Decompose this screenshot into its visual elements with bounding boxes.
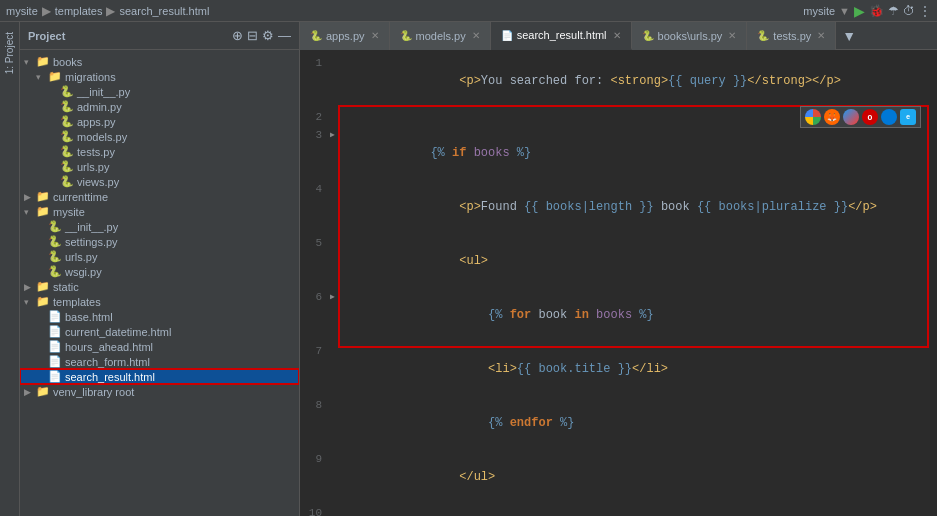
title-bar: mysite ▶ templates ▶ search_result.html … <box>0 0 937 22</box>
settings-icon[interactable]: ⚙ <box>262 28 274 43</box>
tab-close-search-result[interactable]: ✕ <box>613 30 621 41</box>
add-icon[interactable]: ⊕ <box>232 28 243 43</box>
folder-icon-venv: 📁 <box>36 385 50 398</box>
tree-item-views[interactable]: 🐍 views.py <box>20 174 299 189</box>
debug-button[interactable]: 🐞 <box>869 4 884 18</box>
safari-icon[interactable] <box>843 109 859 125</box>
tree-item-search-form[interactable]: 📄 search_form.html <box>20 354 299 369</box>
tab-close-books-urls[interactable]: ✕ <box>728 30 736 41</box>
arrow-templates: ▾ <box>24 297 36 307</box>
folder-icon-mysite: 📁 <box>36 205 50 218</box>
run-button[interactable]: ▶ <box>854 3 865 19</box>
tree-item-urls2[interactable]: 🐍 urls.py <box>20 249 299 264</box>
tree-item-search-result[interactable]: 📄 search_result.html <box>20 369 299 384</box>
tab-icon-books-urls: 🐍 <box>642 30 654 41</box>
py-icon: 🐍 <box>60 85 74 98</box>
line-content-9: </ul> <box>344 450 937 504</box>
tab-close-models[interactable]: ✕ <box>472 30 480 41</box>
tree-item-init1[interactable]: 🐍 __init__.py <box>20 84 299 99</box>
profile-button[interactable]: ⏱ <box>903 4 915 18</box>
label-currenttime: currenttime <box>53 191 108 203</box>
tree-item-base[interactable]: 📄 base.html <box>20 309 299 324</box>
label-apps: apps.py <box>77 116 116 128</box>
tree-item-settings[interactable]: 🐍 settings.py <box>20 234 299 249</box>
project-tab-label[interactable]: 1: Project <box>2 26 17 80</box>
sidebar-content[interactable]: ▾ 📁 books ▾ 📁 migrations 🐍 __init__.py 🐍 <box>20 50 299 516</box>
tree-item-currenttime[interactable]: ▶ 📁 currenttime <box>20 189 299 204</box>
collapse-icon[interactable]: ⊟ <box>247 28 258 43</box>
project-crumb[interactable]: mysite <box>6 5 38 17</box>
code-line-9: 9 </ul> <box>300 450 937 504</box>
hide-icon[interactable]: — <box>278 28 291 43</box>
tab-label-books-urls: books\urls.py <box>658 30 723 42</box>
folder-icon-templates: 📁 <box>36 295 50 308</box>
arrow-static: ▶ <box>24 282 36 292</box>
tree-item-urls1[interactable]: 🐍 urls.py <box>20 159 299 174</box>
tab-apps-py[interactable]: 🐍 apps.py ✕ <box>300 22 390 50</box>
edge-icon[interactable] <box>881 109 897 125</box>
line-content-7: <li>{{ book.title }}</li> <box>344 342 937 396</box>
tab-tests-py[interactable]: 🐍 tests.py ✕ <box>747 22 836 50</box>
tree-item-admin[interactable]: 🐍 admin.py <box>20 99 299 114</box>
line-number-10: 10 <box>300 504 330 516</box>
tree-item-current-datetime[interactable]: 📄 current_datetime.html <box>20 324 299 339</box>
sidebar-icons: ⊕ ⊟ ⚙ — <box>232 28 291 43</box>
tab-close-apps[interactable]: ✕ <box>371 30 379 41</box>
folder-icon-currenttime: 📁 <box>36 190 50 203</box>
tree-item-models[interactable]: 🐍 models.py <box>20 129 299 144</box>
line-number-7: 7 <box>300 342 330 360</box>
main-area: 1: Project Project ⊕ ⊟ ⚙ — ▾ 📁 books <box>0 22 937 516</box>
file-crumb[interactable]: search_result.html <box>119 5 209 17</box>
py-icon-models: 🐍 <box>60 130 74 143</box>
tab-close-tests[interactable]: ✕ <box>817 30 825 41</box>
tree-item-mysite[interactable]: ▾ 📁 mysite <box>20 204 299 219</box>
editor-area: 🐍 apps.py ✕ 🐍 models.py ✕ 📄 search_resul… <box>300 22 937 516</box>
tree-item-wsgi[interactable]: 🐍 wsgi.py <box>20 264 299 279</box>
templates-crumb[interactable]: templates <box>55 5 103 17</box>
tab-search-result[interactable]: 📄 search_result.html ✕ <box>491 22 632 50</box>
tab-models-py[interactable]: 🐍 models.py ✕ <box>390 22 491 50</box>
tab-more-button[interactable]: ▼ <box>838 28 860 44</box>
tree-item-migrations[interactable]: ▾ 📁 migrations <box>20 69 299 84</box>
line-content-8: {% endfor %} <box>344 396 937 450</box>
tab-icon-search-result: 📄 <box>501 30 513 41</box>
line-content-6: {% for book in books %} <box>344 288 937 342</box>
label-templates: templates <box>53 296 101 308</box>
arrow-mysite: ▾ <box>24 207 36 217</box>
code-line-6: 6 ▶ {% for book in books %} <box>300 288 937 342</box>
more-button[interactable]: ⋮ <box>919 4 931 18</box>
arrow-currenttime: ▶ <box>24 192 36 202</box>
tree-item-templates[interactable]: ▾ 📁 templates <box>20 294 299 309</box>
html-icon-base: 📄 <box>48 310 62 323</box>
py-icon-views: 🐍 <box>60 175 74 188</box>
code-line-7: 7 <li>{{ book.title }}</li> <box>300 342 937 396</box>
chrome-icon[interactable] <box>805 109 821 125</box>
coverage-button[interactable]: ☂ <box>888 4 899 18</box>
html-icon-search-form: 📄 <box>48 355 62 368</box>
tree-item-apps[interactable]: 🐍 apps.py <box>20 114 299 129</box>
tab-books-urls[interactable]: 🐍 books\urls.py ✕ <box>632 22 748 50</box>
tree-item-static[interactable]: ▶ 📁 static <box>20 279 299 294</box>
tree-item-books[interactable]: ▾ 📁 books <box>20 54 299 69</box>
label-init2: __init__.py <box>65 221 118 233</box>
label-mysite: mysite <box>53 206 85 218</box>
label-settings: settings.py <box>65 236 118 248</box>
firefox-icon[interactable]: 🦊 <box>824 109 840 125</box>
code-editor[interactable]: 🦊 O e 1 <p>You searched for: <strong>{{ … <box>300 50 937 516</box>
sidebar: Project ⊕ ⊟ ⚙ — ▾ 📁 books ▾ 📁 <box>20 22 300 516</box>
ie-icon[interactable]: e <box>900 109 916 125</box>
label-models: models.py <box>77 131 127 143</box>
label-search-form: search_form.html <box>65 356 150 368</box>
dropdown-icon[interactable]: ▼ <box>839 5 850 17</box>
tree-item-tests[interactable]: 🐍 tests.py <box>20 144 299 159</box>
py-icon-admin: 🐍 <box>60 100 74 113</box>
label-current-datetime: current_datetime.html <box>65 326 171 338</box>
tree-item-hours-ahead[interactable]: 📄 hours_ahead.html <box>20 339 299 354</box>
tree-item-init2[interactable]: 🐍 __init__.py <box>20 219 299 234</box>
label-hours-ahead: hours_ahead.html <box>65 341 153 353</box>
label-books: books <box>53 56 82 68</box>
opera-icon[interactable]: O <box>862 109 878 125</box>
tree-item-venv[interactable]: ▶ 📁 venv_library root <box>20 384 299 399</box>
vertical-tab-strip: 1: Project <box>0 22 20 516</box>
title-bar-right: mysite ▼ ▶ 🐞 ☂ ⏱ ⋮ <box>803 3 931 19</box>
